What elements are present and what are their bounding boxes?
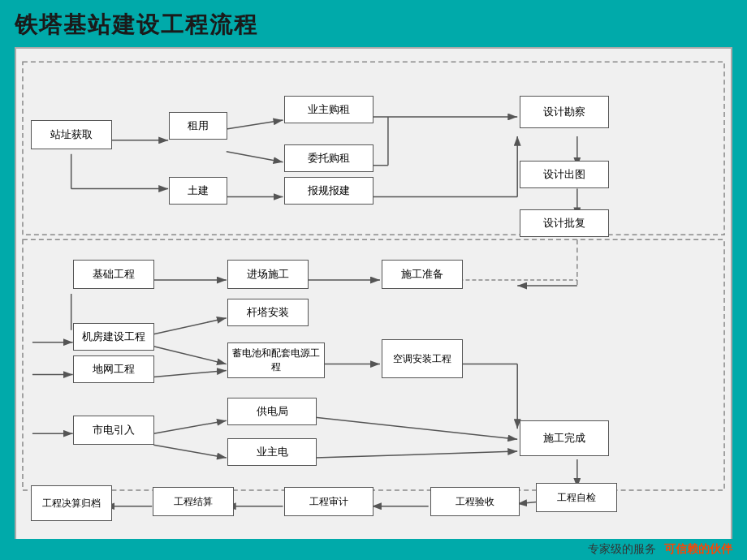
svg-line-26 [315, 417, 517, 439]
svg-line-22 [153, 371, 227, 377]
box-zijian: 工程自检 [536, 483, 617, 512]
box-xudianchi: 蓄电池和配套电源工程 [227, 342, 325, 378]
box-jinchang: 进场施工 [227, 260, 309, 289]
box-yezhu: 业主购租 [284, 96, 374, 123]
box-shidian: 市电引入 [73, 416, 154, 445]
box-tujian: 土建 [169, 177, 227, 205]
box-sheji-pifu: 设计批复 [520, 209, 609, 237]
box-shigong-zhunbei: 施工准备 [382, 260, 463, 289]
svg-line-25 [153, 445, 227, 458]
box-diwan: 地网工程 [73, 355, 154, 383]
box-yanshou: 工程验收 [430, 487, 520, 516]
box-gongdianju: 供电局 [227, 398, 317, 425]
svg-line-27 [315, 451, 517, 458]
box-juesuan: 工程决算归档 [31, 485, 112, 521]
box-shen: 工程审计 [284, 487, 374, 516]
box-kongtiao: 空调安装工程 [382, 339, 463, 378]
box-sheji-tutu: 设计出图 [520, 161, 609, 188]
box-shigong-wancheng: 施工完成 [520, 420, 609, 456]
box-baogui: 报规报建 [284, 177, 374, 205]
svg-line-24 [153, 420, 227, 433]
box-sheji-kancha: 设计勘察 [520, 96, 609, 128]
svg-line-5 [227, 152, 283, 162]
svg-line-20 [153, 318, 227, 334]
box-jichu: 基础工程 [73, 260, 154, 289]
footer-text: 专家级的服务 可信赖的伙伴 [588, 542, 733, 557]
box-jutazhuangzhi: 杆塔安装 [227, 299, 309, 326]
page-title: 铁塔基站建设工程流程 [0, 0, 747, 47]
svg-line-4 [227, 120, 283, 129]
box-jifang: 机房建设工程 [73, 323, 154, 351]
box-jiesuan: 工程结算 [153, 487, 234, 516]
box-zuyong: 租用 [169, 112, 227, 140]
svg-line-21 [153, 347, 227, 364]
box-zhanzhi: 站址获取 [31, 120, 112, 149]
box-weituo: 委托购租 [284, 144, 374, 172]
main-container: 站址获取 租用 业主购租 委托购租 土建 报规报建 设计勘察 设计出图 设计批复… [15, 47, 732, 541]
footer-bar: 专家级的服务 可信赖的伙伴 [0, 539, 747, 560]
box-yezhu-dian: 业主电 [227, 438, 317, 466]
svg-rect-0 [23, 62, 724, 235]
